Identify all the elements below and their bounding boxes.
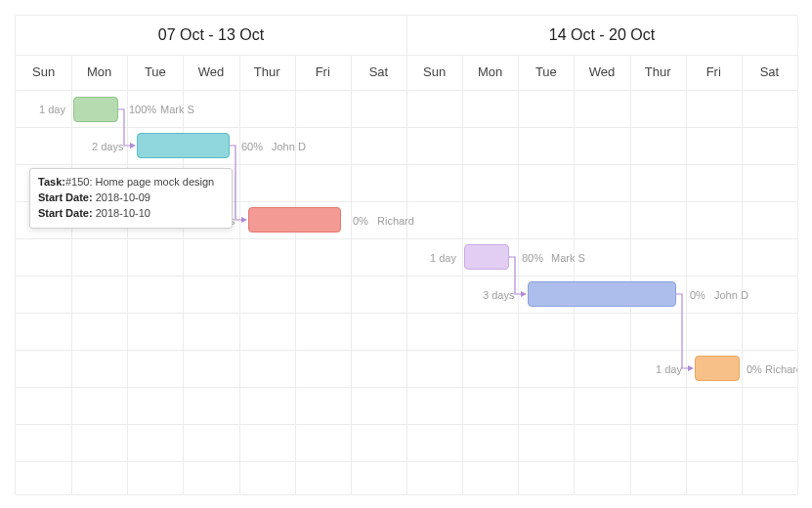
day-wed-1: Wed: [183, 55, 239, 90]
task-assignee: Mark S: [551, 252, 585, 264]
day-fri-1: Fri: [295, 55, 352, 90]
day-thur-1: Thur: [239, 55, 296, 90]
day-mon-1: Mon: [71, 55, 128, 90]
task-progress: 60%: [241, 141, 263, 152]
week-header-1: 07 Oct - 13 Oct: [16, 16, 407, 56]
task-assignee: Mark S: [160, 104, 194, 115]
task-bar[interactable]: [695, 356, 740, 381]
gantt-chart: 07 Oct - 13 Oct 14 Oct - 20 Oct Sun Mon …: [15, 15, 798, 495]
task-progress: 0%: [353, 215, 368, 227]
task-assignee: John D: [272, 141, 306, 152]
task-bar[interactable]: [464, 244, 509, 270]
svg-marker-3: [688, 365, 694, 371]
day-fri-2: Fri: [686, 55, 743, 90]
tooltip-end-label: Start Date:: [38, 207, 93, 219]
task-duration: 1 day: [656, 363, 682, 375]
svg-marker-2: [521, 291, 527, 297]
day-sat-1: Sat: [351, 55, 407, 90]
task-bar[interactable]: [73, 97, 118, 122]
task-bar[interactable]: [248, 207, 341, 233]
task-progress: 100%: [129, 104, 156, 115]
day-mon-2: Mon: [462, 55, 519, 90]
task-duration: 1 day: [39, 104, 65, 115]
gantt-grid: 1 day 100% Mark S 2 days 60% John D 2 da…: [16, 90, 797, 494]
tooltip-task-value: #150: Home page mock design: [65, 176, 214, 188]
task-progress: 0%: [690, 289, 705, 301]
day-header-row: Sun Mon Tue Wed Thur Fri Sat Sun Mon Tue…: [16, 55, 797, 91]
task-progress: 80%: [522, 252, 543, 264]
day-sun-2: Sun: [406, 55, 463, 90]
day-sun-1: Sun: [16, 55, 72, 90]
task-assignee: Richard: [377, 215, 414, 227]
task-bar[interactable]: [137, 133, 230, 158]
task-progress: 0%: [747, 363, 762, 375]
tooltip-start-label: Start Date:: [38, 191, 93, 203]
day-tue-1: Tue: [127, 55, 184, 90]
task-bar[interactable]: [528, 281, 676, 307]
day-thur-2: Thur: [630, 55, 687, 90]
task-duration: 2 days: [92, 141, 123, 152]
week-header-2: 14 Oct - 20 Oct: [406, 16, 797, 56]
tooltip-task-label: Task:: [38, 176, 65, 188]
day-tue-2: Tue: [518, 55, 575, 90]
task-assignee: John D: [714, 289, 748, 301]
tooltip-end-value: 2018-10-10: [96, 207, 150, 219]
day-wed-2: Wed: [574, 55, 630, 90]
day-sat-2: Sat: [742, 55, 797, 90]
svg-marker-0: [130, 143, 136, 148]
task-assignee: Richard: [765, 363, 798, 375]
task-duration: 3 days: [483, 289, 514, 301]
tooltip-start-value: 2018-10-09: [96, 191, 150, 203]
task-tooltip: Task:#150: Home page mock design Start D…: [29, 168, 233, 229]
svg-marker-1: [241, 217, 247, 223]
task-duration: 1 day: [430, 252, 456, 264]
